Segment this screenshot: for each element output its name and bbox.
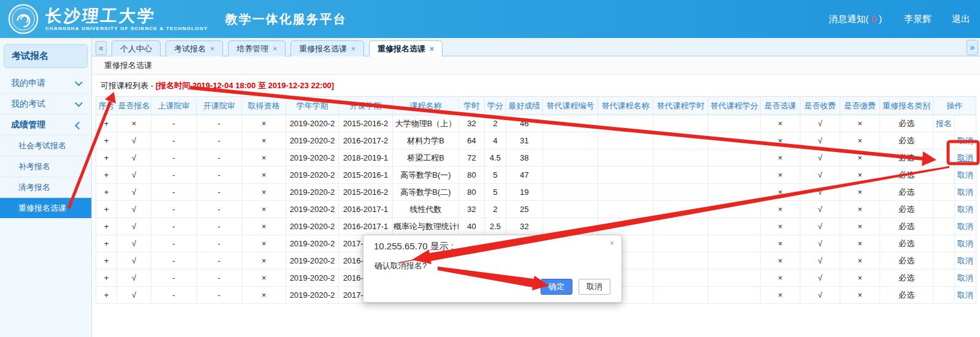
expand-tabs-button[interactable]: » [967, 40, 978, 55]
chevron-down-icon [75, 99, 83, 107]
cell [708, 132, 761, 150]
tab-close-icon[interactable]: × [210, 45, 215, 53]
cell [933, 201, 955, 218]
tab-close-icon[interactable]: × [273, 45, 277, 53]
cell: × [242, 270, 286, 287]
cell: - [151, 132, 197, 150]
cell: √ [117, 218, 151, 235]
cell: 47 [506, 167, 543, 184]
cell [653, 287, 708, 304]
cell [653, 150, 708, 167]
cell: 桥梁工程B [393, 150, 459, 167]
cell: 5 [485, 167, 506, 184]
cell: - [197, 167, 242, 184]
cell [653, 270, 708, 287]
cell: + [96, 235, 117, 252]
cell [933, 287, 955, 304]
tab-strip: « 个人中心考试报名×培养管理×重修报名选课×重修报名选课× » [92, 38, 980, 56]
chevron-down-icon [75, 78, 83, 86]
sidebar-item-label: 清考报名 [18, 183, 50, 192]
cell: + [96, 252, 117, 270]
cell: √ [800, 115, 840, 132]
cell: × [840, 218, 880, 235]
tab-个人中心[interactable]: 个人中心 [112, 40, 161, 56]
cell: 2.5 [485, 218, 506, 235]
cell: √ [800, 235, 840, 252]
cancel-link[interactable]: 取消 [957, 290, 973, 300]
sidebar-item-补考报名[interactable]: 补考报名 [0, 156, 91, 177]
cell [543, 184, 598, 201]
tab-重修报名选课[interactable]: 重修报名选课× [369, 40, 443, 57]
cell: 32 [506, 218, 543, 235]
cancel-link[interactable]: 取消 [957, 222, 973, 231]
cancel-link[interactable]: 取消 [957, 205, 973, 214]
sidebar-item-我的申请[interactable]: 我的申请 [0, 73, 91, 94]
cancel-link[interactable]: 取消 [957, 187, 973, 197]
cell: √ [117, 252, 151, 270]
cell: + [96, 287, 117, 304]
cell: 64 [459, 132, 485, 150]
cell: 19 [506, 184, 543, 201]
cell: √ [117, 201, 151, 218]
cell: - [197, 270, 242, 287]
cell: √ [800, 201, 840, 218]
cell: × [242, 150, 286, 167]
collapse-tabs-button[interactable]: « [96, 41, 107, 55]
tab-培养管理[interactable]: 培养管理× [228, 40, 286, 56]
username-link[interactable]: 李景辉 [904, 13, 932, 25]
cell: × [242, 235, 286, 252]
signup-link[interactable]: 报名 [936, 119, 952, 128]
sidebar-item-清考报名[interactable]: 清考报名 [0, 177, 91, 198]
operation-cell: 取消 [955, 201, 976, 218]
cell: 2016-2017-2 [339, 132, 393, 150]
cancel-link[interactable]: 取消 [957, 170, 973, 180]
sidebar-item-成绩管理[interactable]: 成绩管理 [0, 115, 91, 135]
cell: 2019-2020-2 [286, 287, 339, 304]
cell: 必选 [880, 252, 933, 270]
notice-suffix: ) [879, 13, 882, 24]
cancel-link[interactable]: 取消 [957, 256, 973, 265]
column-header-最好成绩: 最好成绩 [506, 97, 543, 115]
cell [708, 150, 761, 167]
cell [708, 218, 761, 235]
cell: + [96, 270, 117, 287]
notifications-link[interactable]: 消息通知( 0 ) [829, 13, 882, 25]
dialog-close-icon[interactable]: × [609, 238, 614, 248]
cell: 必选 [880, 150, 933, 167]
tab-close-icon[interactable]: × [351, 45, 355, 53]
cell: 2019-2020-2 [286, 218, 339, 235]
cell [543, 218, 598, 235]
cell [653, 235, 708, 252]
cell: 材料力学B [393, 132, 459, 150]
university-logo-icon [7, 3, 39, 35]
dialog-ok-button[interactable]: 确定 [541, 279, 572, 295]
cell: × [761, 270, 800, 287]
cell: 必选 [880, 132, 933, 150]
cell: × [840, 167, 880, 184]
sidebar-item-社会考试报名[interactable]: 社会考试报名 [0, 135, 91, 156]
cell: × [840, 270, 880, 287]
cell: × [840, 115, 880, 132]
cancel-link[interactable]: 取消 [957, 136, 973, 145]
tab-重修报名选课[interactable]: 重修报名选课× [291, 40, 364, 56]
banner-right: 消息通知( 0 ) 李景辉 退出 [829, 13, 980, 25]
tab-close-icon[interactable]: × [430, 45, 434, 53]
cell [543, 167, 598, 184]
cell: 概率论与数理统计B [393, 218, 459, 235]
cell: 25 [506, 201, 543, 218]
cancel-link[interactable]: 取消 [957, 239, 973, 248]
cell: × [761, 235, 800, 252]
cell [955, 115, 976, 132]
cell: √ [117, 167, 151, 184]
tab-考试报名[interactable]: 考试报名× [165, 40, 223, 56]
cancel-link[interactable]: 取消 [957, 273, 973, 282]
logout-button[interactable]: 退出 [952, 13, 970, 25]
tab-label: 重修报名选课 [299, 44, 347, 53]
sidebar-item-重修报名选课[interactable]: 重修报名选课 [0, 198, 91, 218]
cell: 32 [459, 201, 485, 218]
sidebar-item-我的考试[interactable]: 我的考试 [0, 94, 91, 115]
notice-count: 0 [871, 13, 876, 24]
dialog-cancel-button[interactable]: 取消 [579, 279, 610, 295]
column-header-上课院审: 上课院审 [151, 97, 197, 115]
cancel-link[interactable]: 取消 [957, 153, 973, 162]
